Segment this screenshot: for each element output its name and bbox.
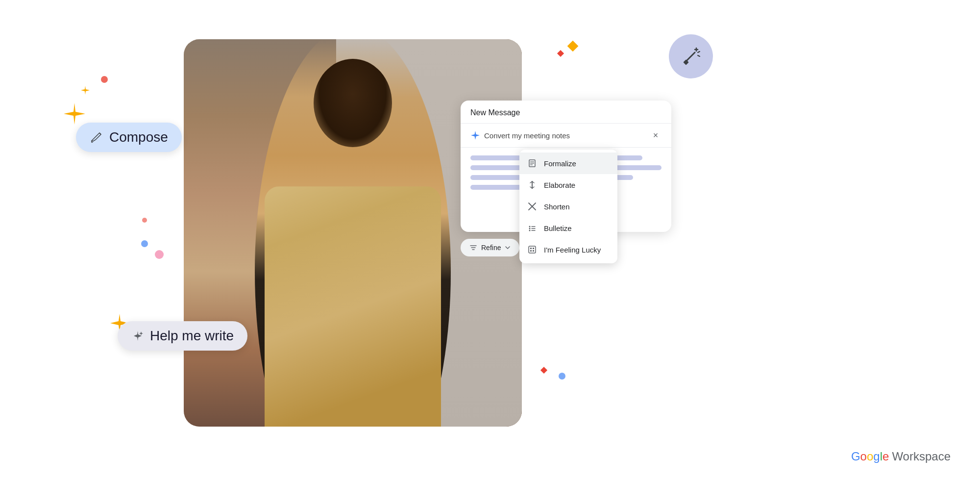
svg-rect-2 bbox=[567, 41, 579, 52]
svg-point-5 bbox=[142, 218, 147, 223]
refine-dropdown-menu: Formalize Elaborate bbox=[519, 150, 617, 263]
svg-point-25 bbox=[529, 226, 531, 228]
ai-sparkle-icon bbox=[470, 130, 480, 140]
shorten-icon bbox=[527, 202, 537, 211]
dot-pink-light-mid bbox=[155, 250, 164, 261]
compose-icon bbox=[90, 130, 103, 144]
svg-line-13 bbox=[698, 55, 700, 56]
menu-item-elaborate-label: Elaborate bbox=[544, 181, 575, 189]
diamond-red-bottom bbox=[539, 365, 549, 377]
formalize-icon bbox=[527, 158, 537, 168]
menu-item-bulletize[interactable]: Bulletize bbox=[519, 217, 617, 239]
svg-point-4 bbox=[155, 250, 164, 259]
svg-point-0 bbox=[101, 76, 108, 83]
svg-rect-35 bbox=[533, 250, 534, 252]
menu-item-shorten-label: Shorten bbox=[544, 203, 570, 211]
menu-item-elaborate[interactable]: Elaborate bbox=[519, 174, 617, 196]
main-photo bbox=[184, 39, 522, 427]
menu-item-formalize[interactable]: Formalize bbox=[519, 153, 617, 174]
svg-rect-32 bbox=[530, 248, 532, 249]
help-me-write-pill[interactable]: Help me write bbox=[118, 321, 247, 351]
svg-rect-34 bbox=[530, 250, 532, 252]
panel-title: New Message bbox=[470, 108, 520, 117]
diamond-red-top bbox=[556, 49, 565, 60]
bulletize-icon bbox=[527, 223, 537, 233]
ai-magic-circle bbox=[669, 34, 713, 78]
ai-prompt-row[interactable]: Convert my meeting notes × bbox=[461, 124, 671, 148]
menu-item-formalize-label: Formalize bbox=[544, 159, 576, 168]
svg-point-27 bbox=[529, 230, 531, 231]
svg-point-3 bbox=[141, 240, 148, 247]
help-write-icon bbox=[131, 330, 144, 342]
dot-pink-left bbox=[142, 216, 147, 225]
svg-point-7 bbox=[559, 373, 565, 380]
dot-blue-mid bbox=[141, 240, 148, 249]
close-button[interactable]: × bbox=[650, 129, 662, 141]
panel-header: New Message bbox=[461, 101, 671, 124]
svg-rect-6 bbox=[540, 367, 547, 374]
dot-pink-top bbox=[101, 76, 108, 85]
menu-item-bulletize-label: Bulletize bbox=[544, 224, 572, 232]
compose-label: Compose bbox=[109, 129, 168, 145]
google-workspace-logo: Google Workspace bbox=[851, 450, 951, 463]
svg-rect-1 bbox=[557, 50, 564, 57]
sparkle-small-left bbox=[81, 86, 90, 97]
refine-button[interactable]: Refine bbox=[461, 239, 519, 256]
svg-rect-31 bbox=[529, 246, 536, 253]
new-message-panel: New Message Convert my meeting notes × bbox=[461, 101, 671, 232]
svg-rect-33 bbox=[533, 248, 534, 249]
sparkle-large-left bbox=[64, 103, 85, 127]
compose-pill[interactable]: Compose bbox=[76, 123, 182, 152]
svg-point-26 bbox=[529, 228, 531, 229]
chevron-down-icon bbox=[505, 245, 511, 251]
ai-prompt-text: Convert my meeting notes bbox=[484, 131, 646, 140]
diamond-gold-top bbox=[566, 39, 580, 55]
svg-line-12 bbox=[698, 51, 700, 52]
feeling-lucky-icon bbox=[527, 245, 537, 254]
dot-blue-bottom bbox=[559, 373, 565, 381]
refine-label: Refine bbox=[481, 244, 501, 252]
menu-item-feeling-lucky[interactable]: I'm Feeling Lucky bbox=[519, 239, 617, 260]
google-logo-text: Google bbox=[851, 450, 889, 463]
workspace-label: Workspace bbox=[892, 450, 951, 463]
help-write-label: Help me write bbox=[150, 328, 234, 344]
menu-item-feeling-lucky-label: I'm Feeling Lucky bbox=[544, 246, 601, 254]
elaborate-icon bbox=[527, 180, 537, 190]
menu-item-shorten[interactable]: Shorten bbox=[519, 196, 617, 217]
refine-icon bbox=[469, 244, 477, 252]
